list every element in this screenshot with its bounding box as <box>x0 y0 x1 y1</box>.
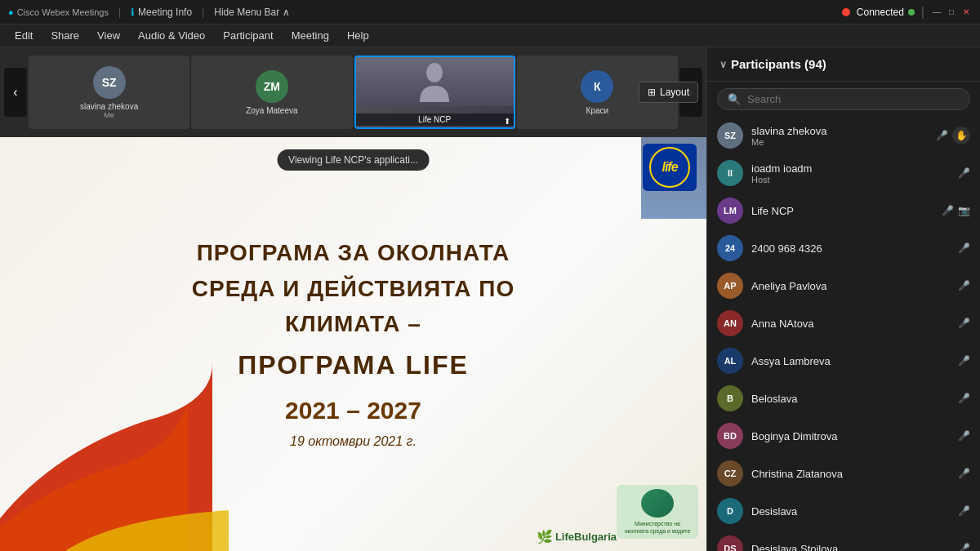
info-christina: Christina Zlatanova <box>751 468 949 480</box>
prev-nav-button[interactable]: ‹ <box>4 68 27 117</box>
avatar-slavina: SZ <box>93 66 126 99</box>
menu-view[interactable]: View <box>89 26 128 45</box>
icons-assya: 🎤 <box>957 354 970 367</box>
slide-date: 19 октомври 2021 г. <box>192 434 515 449</box>
search-icon: 🔍 <box>728 93 741 105</box>
title-bar-right: Connected | — □ ✕ <box>842 5 972 20</box>
mic-icon-boginya: 🎤 <box>957 429 970 442</box>
avatar-ds: DS <box>717 535 743 551</box>
participant-anna[interactable]: AN Anna NAtova 🎤 <box>707 304 980 342</box>
avatar-b: B <box>717 385 743 411</box>
name-assya: Assya Lambreva <box>751 355 949 367</box>
life-bulgaria-text: LifeBulgaria <box>555 531 617 543</box>
slide-line3: КЛИМАТА – <box>192 310 515 338</box>
mic-icon-desislava: 🎤 <box>957 504 970 518</box>
panel-header: ∨ Participants (94) <box>707 47 980 82</box>
layout-button[interactable]: ⊞ Layout <box>639 82 698 103</box>
avatar-cz: CZ <box>717 460 743 487</box>
title-bar-left: ● Cisco Webex Meetings | ℹ Meeting Info … <box>8 7 290 18</box>
slide-content: ПРОГРАМА ЗА ОКОЛНАТА СРЕДА И ДЕЙСТВИЯТА … <box>176 223 532 465</box>
mic-icon-slavina: 🎤 <box>935 129 948 142</box>
name-christina: Christina Zlatanova <box>751 468 949 480</box>
slide-line4: ПРОГРАМА LIFE <box>192 350 515 380</box>
mic-icon-assya: 🎤 <box>957 354 970 367</box>
panel-title: Participants (94) <box>731 57 826 71</box>
menu-meeting[interactable]: Meeting <box>283 26 337 45</box>
name-boginya: Boginya Dimitrova <box>751 430 949 442</box>
participant-ioadm[interactable]: II ioadm ioadm Host 🎤 <box>707 154 980 192</box>
thumbnail-slavina[interactable]: SZ slavina zhekova Me <box>29 56 189 129</box>
participant-lifencp-panel[interactable]: LM Life NCP 🎤 📷 <box>707 192 980 229</box>
sub-slavina: Me <box>104 111 114 119</box>
name-krasi: Краси <box>586 106 609 115</box>
slide-line1: ПРОГРАМА ЗА ОКОЛНАТА <box>192 239 515 267</box>
thumbnail-strip: ‹ SZ slavina zhekova Me ZM Zoya Mateeva <box>0 47 706 137</box>
search-input[interactable] <box>747 93 960 105</box>
menu-help[interactable]: Help <box>339 26 377 45</box>
hide-menu-bar-btn[interactable]: Hide Menu Bar ∧ <box>214 7 290 18</box>
participant-assya[interactable]: AL Assya Lambreva 🎤 <box>707 342 980 380</box>
menu-edit[interactable]: Edit <box>7 26 41 45</box>
mic-icon-aneliya: 🎤 <box>957 279 970 292</box>
name-aneliya: Aneliya Pavlova <box>751 280 949 292</box>
window-controls[interactable]: — □ ✕ <box>931 7 972 18</box>
presentation-slide: life ПРОГРАМА ЗА ОКОЛНАТА СРЕДА И ДЕЙСТВ… <box>0 137 706 551</box>
connected-badge: Connected <box>857 7 915 18</box>
icons-desislava: 🎤 <box>957 504 970 518</box>
avatar-sz: SZ <box>717 122 743 149</box>
webex-logo: ● Cisco Webex Meetings <box>8 7 109 17</box>
avatar-ap: AP <box>717 273 743 299</box>
name-ioadm: ioadm ioadm <box>751 162 949 175</box>
close-button[interactable]: ✕ <box>960 7 972 18</box>
info-anna: Anna NAtova <box>751 318 949 330</box>
name-lifencp-panel: Life NCP <box>751 205 933 217</box>
search-box[interactable]: 🔍 <box>717 88 970 110</box>
menu-share[interactable]: Share <box>42 26 87 45</box>
menu-audio-video[interactable]: Audio & Video <box>130 26 213 45</box>
participant-desislava[interactable]: D Desislava 🎤 <box>707 492 980 530</box>
info-2400: 2400 968 4326 <box>751 242 949 255</box>
name-2400: 2400 968 4326 <box>751 242 949 255</box>
info-boginya: Boginya Dimitrova <box>751 430 949 442</box>
icons-ioadm: 🎤 <box>957 167 970 180</box>
maximize-button[interactable]: □ <box>946 7 957 18</box>
name-lifencp: Life NCP <box>356 113 514 126</box>
svg-point-0 <box>426 63 443 82</box>
name-slavina-panel: slavina zhekova <box>751 125 927 137</box>
share-icon: ⬆ <box>504 117 510 126</box>
role-slavina: Me <box>751 137 927 147</box>
participants-list: SZ slavina zhekova Me 🎤 ✋ II ioadm ioadm… <box>707 117 980 551</box>
life-bulgaria-logo: 🌿 LifeBulgaria <box>537 529 617 544</box>
thumbnail-zoya[interactable]: ZM Zoya Mateeva <box>191 56 352 129</box>
name-slavina: slavina zhekova <box>80 102 138 111</box>
menu-participant[interactable]: Participant <box>215 26 281 45</box>
avatar-bd: BD <box>717 423 743 449</box>
main-content: Viewing Life NCP's applicati... <box>0 137 706 551</box>
info-ioadm: ioadm ioadm Host <box>751 162 949 184</box>
participant-desislava-stoilova[interactable]: DS Desislava Stoilova 🎤 <box>707 530 980 551</box>
thumbnail-lifencp[interactable]: Life NCP ⬆ <box>354 56 515 129</box>
icons-desislava-stoilova: 🎤 <box>957 542 970 551</box>
name-desislava: Desislava <box>751 505 949 518</box>
minimize-button[interactable]: — <box>931 7 942 18</box>
avatar-zoya: ZM <box>256 70 288 103</box>
participants-panel: ∨ Participants (94) 🔍 SZ slavina zhekova… <box>706 47 980 551</box>
participant-beloslava[interactable]: B Beloslava 🎤 <box>707 380 980 417</box>
participant-2400[interactable]: 24 2400 968 4326 🎤 <box>707 229 980 267</box>
participant-slavina[interactable]: SZ slavina zhekova Me 🎤 ✋ <box>707 117 980 154</box>
mic-icon-2400: 🎤 <box>957 242 970 255</box>
icons-christina: 🎤 <box>957 467 970 480</box>
mic-icon-anna: 🎤 <box>957 317 970 330</box>
record-dot <box>842 8 850 16</box>
participant-boginya[interactable]: BD Boginya Dimitrova 🎤 <box>707 417 980 455</box>
webex-icon: ● <box>8 7 14 17</box>
participant-aneliya[interactable]: AP Aneliya Pavlova 🎤 <box>707 267 980 304</box>
ministry-logo: Министерство на околната среда и водите <box>617 485 698 539</box>
avatar-krasi: К <box>581 70 613 103</box>
meeting-info-link[interactable]: ℹ Meeting Info <box>131 7 192 18</box>
slide-line2: СРЕДА И ДЕЙСТВИЯТА ПО <box>192 275 515 303</box>
name-desislava-stoilova: Desislava Stoilova <box>751 543 949 552</box>
mic-icon-beloslava: 🎤 <box>957 392 970 405</box>
participant-christina[interactable]: CZ Christina Zlatanova 🎤 <box>707 455 980 492</box>
chevron-up-icon: ∧ <box>283 7 290 18</box>
